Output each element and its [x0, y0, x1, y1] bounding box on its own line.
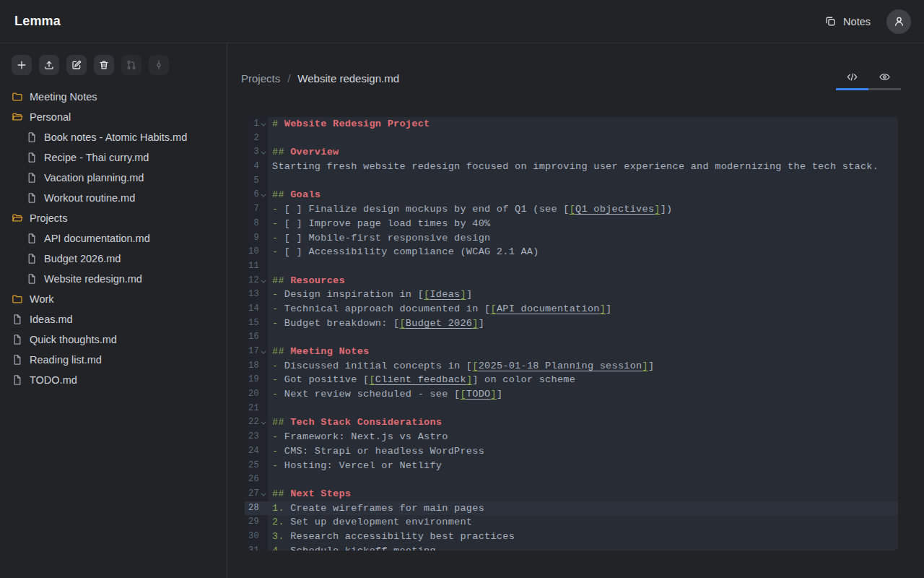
breadcrumb-folder[interactable]: Projects: [241, 72, 280, 85]
editor-line-content: Starting fresh website redesign focused …: [268, 160, 898, 174]
line-number: 4: [245, 160, 268, 174]
editor-line[interactable]: 15- Budget breakdown: [[Budget 2026]]: [245, 316, 898, 331]
tree-file-ideas-md[interactable]: Ideas.md: [0, 309, 227, 329]
line-number: 16: [245, 330, 268, 345]
file-icon: [12, 354, 23, 366]
editor-line[interactable]: 7- [ ] Finalize design mockups by end of…: [245, 202, 898, 217]
line-number: 21: [245, 402, 268, 416]
tree-item-label: Vacation planning.md: [44, 172, 144, 184]
editor-line[interactable]: 10- [ ] Accessibility compliance (WCAG 2…: [245, 245, 898, 259]
tree-file-api-documentation-md[interactable]: API documentation.md: [0, 228, 227, 249]
file-icon: [12, 334, 23, 345]
wikilink[interactable]: Client feedback: [375, 374, 466, 385]
tree-file-reading-list-md[interactable]: Reading list.md: [0, 350, 227, 370]
editor-line-content: ## Goals: [268, 188, 898, 202]
breadcrumb-separator: /: [287, 72, 290, 85]
edit-button[interactable]: [66, 55, 87, 75]
editor-line[interactable]: 23- Framework: Next.js vs Astro: [245, 430, 898, 444]
tree-folder-projects[interactable]: Projects: [0, 208, 227, 228]
editor-line[interactable]: 281. Create wireframes for main pages: [245, 501, 898, 516]
editor-line-content: ## Overview: [268, 145, 898, 160]
wikilink[interactable]: TODO: [466, 389, 491, 400]
editor-line[interactable]: 1# Website Redesign Project: [245, 117, 898, 131]
markdown-editor[interactable]: 1# Website Redesign Project23## Overview…: [245, 117, 898, 551]
tree-folder-personal[interactable]: Personal: [0, 107, 227, 127]
editor-line[interactable]: 13- Design inspiration in [[Ideas]]: [245, 288, 898, 302]
topbar: Lemma Notes: [0, 0, 924, 43]
line-number: 7: [245, 202, 268, 217]
editor-line[interactable]: 314. Schedule kickoff meeting: [245, 544, 898, 551]
editor-line[interactable]: 27## Next Steps: [245, 487, 898, 501]
editor-line[interactable]: 3## Overview: [245, 145, 898, 160]
tree-item-label: Workout routine.md: [44, 192, 135, 204]
editor-line-content: - [ ] Accessibility compliance (WCAG 2.1…: [268, 245, 898, 259]
breadcrumb-file: Website redesign.md: [297, 72, 399, 85]
line-number: 30: [245, 530, 268, 544]
editor-line[interactable]: 4Starting fresh website redesign focused…: [245, 160, 898, 174]
editor-line[interactable]: 12## Resources: [245, 274, 898, 288]
tree-file-budget-2026-md[interactable]: Budget 2026.md: [0, 249, 227, 269]
tree-item-label: Quick thoughts.md: [30, 334, 117, 345]
tree-item-label: Reading list.md: [30, 354, 102, 366]
tree-folder-work[interactable]: Work: [0, 289, 227, 309]
tree-file-quick-thoughts-md[interactable]: Quick thoughts.md: [0, 329, 227, 350]
editor-line[interactable]: 21: [245, 402, 898, 416]
tab-preview[interactable]: [868, 65, 901, 88]
tree-file-website-redesign-md[interactable]: Website redesign.md: [0, 269, 227, 289]
notes-button[interactable]: Notes: [821, 11, 873, 32]
editor-line-content: [268, 174, 898, 189]
tab-source[interactable]: [836, 65, 868, 88]
editor-line[interactable]: 6## Goals: [245, 188, 898, 202]
editor-line-content: # Website Redesign Project: [268, 117, 898, 131]
view-tabs-row: [836, 65, 901, 88]
folder-open-icon: [12, 111, 23, 123]
tree-item-label: Personal: [30, 111, 71, 123]
new-note-button[interactable]: [12, 55, 32, 75]
editor-line[interactable]: 19- Got positive [[Client feedback]] on …: [245, 373, 898, 387]
editor-line-content: 3. Research accessibility best practices: [268, 530, 898, 544]
folder-icon: [12, 91, 23, 103]
trash-icon: [98, 59, 110, 71]
tree-item-label: Recipe - Thai curry.md: [44, 152, 149, 163]
tree-file-book-notes-atomic-habits-md[interactable]: Book notes - Atomic Habits.md: [0, 127, 227, 147]
editor-line[interactable]: 303. Research accessibility best practic…: [245, 530, 898, 544]
editor-line[interactable]: 292. Set up development environment: [245, 515, 898, 530]
editor-line-content: - [ ] Finalize design mockups by end of …: [268, 202, 898, 217]
delete-button[interactable]: [94, 55, 114, 75]
tree-file-vacation-planning-md[interactable]: Vacation planning.md: [0, 168, 227, 188]
editor-line-content: [268, 402, 898, 416]
wikilink[interactable]: Q1 objectives: [575, 204, 654, 215]
user-avatar[interactable]: [886, 9, 911, 34]
editor-line[interactable]: 25- Hosting: Vercel or Netlify: [245, 459, 898, 473]
wikilink[interactable]: API documentation: [497, 303, 600, 314]
line-number: 29: [245, 515, 268, 530]
eye-icon: [879, 71, 891, 83]
editor-line[interactable]: 18- Discussed initial concepts in [[2025…: [245, 359, 898, 374]
line-number: 28: [245, 501, 268, 516]
editor-line[interactable]: 22## Tech Stack Considerations: [245, 415, 898, 430]
editor-line-content: [268, 473, 898, 487]
wikilink[interactable]: Budget 2026: [406, 318, 472, 329]
tree-folder-meeting-notes[interactable]: Meeting Notes: [0, 87, 227, 107]
upload-button[interactable]: [39, 55, 59, 75]
tree-item-label: Book notes - Atomic Habits.md: [44, 131, 187, 143]
editor-line[interactable]: 8- [ ] Improve page load times by 40%: [245, 217, 898, 231]
editor-line[interactable]: 9- [ ] Mobile-first responsive design: [245, 231, 898, 246]
file-icon: [12, 314, 23, 325]
wikilink[interactable]: Ideas: [430, 289, 460, 300]
editor-line[interactable]: 2: [245, 131, 898, 146]
editor-line[interactable]: 14- Technical approach documented in [[A…: [245, 302, 898, 316]
tree-file-recipe-thai-curry-md[interactable]: Recipe - Thai curry.md: [0, 147, 227, 168]
tree-file-workout-routine-md[interactable]: Workout routine.md: [0, 188, 227, 208]
tree-file-todo-md[interactable]: TODO.md: [0, 370, 227, 390]
editor-line[interactable]: 5: [245, 174, 898, 189]
wikilink[interactable]: 2025-01-18 Planning session: [479, 361, 642, 371]
editor-line[interactable]: 24- CMS: Strapi or headless WordPress: [245, 444, 898, 459]
editor-line[interactable]: 20- Next review scheduled - see [[TODO]]: [245, 387, 898, 402]
line-number: 5: [245, 174, 268, 189]
editor-line[interactable]: 17## Meeting Notes: [245, 345, 898, 359]
tab-indicator-source: [836, 88, 868, 90]
editor-line[interactable]: 11: [245, 259, 898, 274]
editor-line[interactable]: 26: [245, 473, 898, 487]
editor-line[interactable]: 16: [245, 330, 898, 345]
